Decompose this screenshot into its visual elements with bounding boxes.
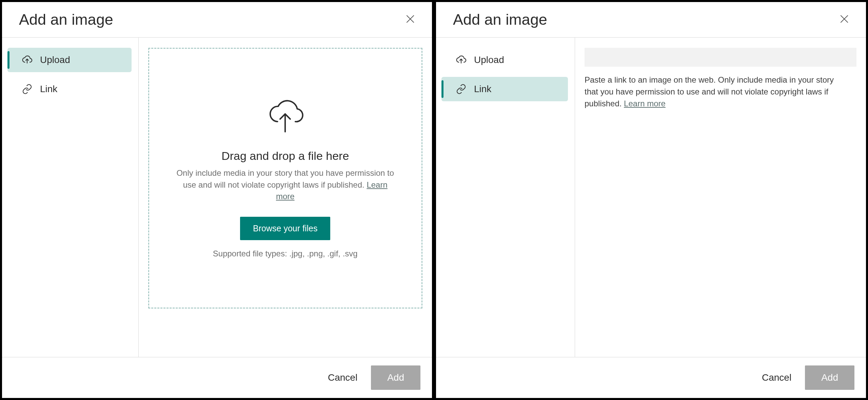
add-button[interactable]: Add [371, 365, 420, 390]
dropzone-headline: Drag and drop a file here [221, 149, 349, 163]
link-icon [22, 84, 33, 94]
link-help-text: Paste a link to an image on the web. Onl… [585, 74, 842, 109]
tab-link[interactable]: Link [7, 77, 132, 101]
dialog-footer: Cancel Add [436, 357, 866, 398]
link-help-text-body: Paste a link to an image on the web. Onl… [585, 75, 834, 108]
tab-link-label: Link [40, 84, 57, 94]
browse-files-button[interactable]: Browse your files [240, 217, 330, 240]
tab-upload-label: Upload [40, 55, 70, 65]
sidebar: Upload Link [436, 38, 575, 357]
close-button[interactable] [403, 13, 417, 26]
sidebar: Upload Link [2, 38, 139, 357]
tab-link[interactable]: Link [441, 77, 568, 101]
supported-file-types: Supported file types: .jpg, .png, .gif, … [213, 249, 358, 258]
close-icon [405, 14, 416, 26]
dialog-title: Add an image [19, 11, 113, 28]
add-image-dialog-upload: Add an image Upload [1, 1, 433, 399]
add-image-dialog-link: Add an image Upload [435, 1, 867, 399]
dropzone-subtext-text: Only include media in your story that yo… [176, 168, 394, 189]
tab-link-label: Link [474, 84, 491, 94]
link-icon [456, 84, 467, 94]
dialog-footer: Cancel Add [2, 357, 432, 398]
cloud-upload-icon [22, 55, 33, 65]
learn-more-link[interactable]: Learn more [624, 99, 666, 108]
tab-upload-label: Upload [474, 55, 504, 65]
tab-upload[interactable]: Upload [441, 48, 568, 72]
image-url-input[interactable] [585, 48, 856, 67]
add-button[interactable]: Add [805, 365, 854, 390]
cancel-button[interactable]: Cancel [762, 372, 791, 383]
link-content: Paste a link to an image on the web. Onl… [575, 38, 866, 357]
close-icon [839, 14, 850, 26]
cloud-upload-icon [456, 55, 467, 65]
dialog-title: Add an image [453, 11, 547, 28]
cancel-button[interactable]: Cancel [328, 372, 357, 383]
file-dropzone[interactable]: Drag and drop a file here Only include m… [148, 48, 422, 309]
dialog-body: Upload Link [2, 38, 432, 357]
dialog-header: Add an image [2, 2, 432, 38]
cloud-upload-large-icon [265, 98, 305, 136]
dialog-body: Upload Link Paste a link to an image on … [436, 38, 866, 357]
tab-upload[interactable]: Upload [7, 48, 132, 72]
dialog-header: Add an image [436, 2, 866, 38]
close-button[interactable] [837, 13, 851, 26]
upload-content: Drag and drop a file here Only include m… [139, 38, 432, 357]
dropzone-subtext: Only include media in your story that yo… [176, 167, 394, 203]
